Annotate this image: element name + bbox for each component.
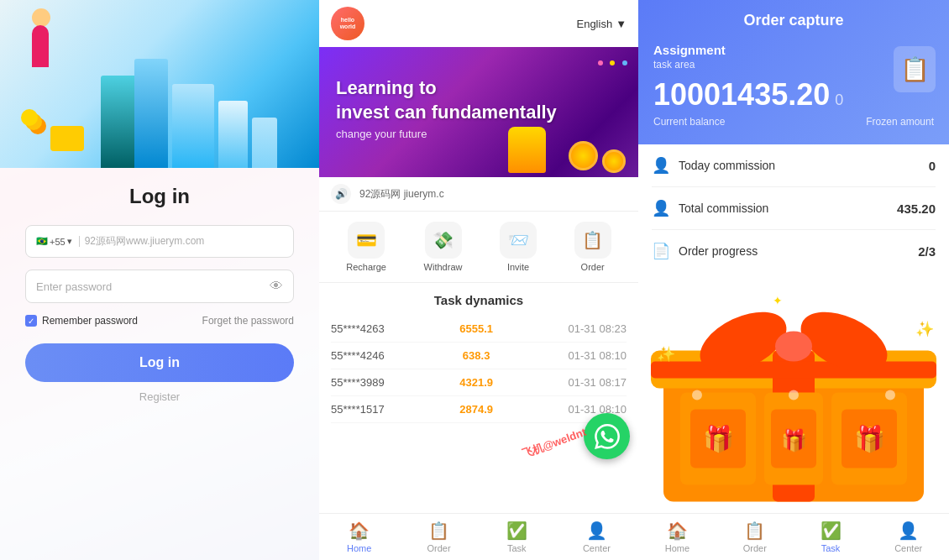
middle-lang-label: English	[576, 18, 612, 30]
order-icon: 📋	[574, 222, 611, 259]
remember-left[interactable]: ✓ Remember password	[25, 315, 138, 327]
right-bottom-center-label: Center	[894, 543, 922, 553]
task-amount-3: 4321.9	[459, 376, 493, 389]
order-progress-label: Order progress	[679, 244, 758, 258]
today-commission-value: 0	[929, 159, 936, 173]
balance-number: 10001435.20	[653, 77, 830, 113]
bottom-nav-task[interactable]: ✅ Task	[506, 521, 527, 553]
right-bottom-task-label: Task	[821, 543, 841, 553]
invite-label: Invite	[507, 262, 529, 272]
withdraw-label: Withdraw	[424, 262, 463, 272]
today-commission-left: 👤 Today commission	[652, 156, 775, 175]
task-amount-4: 2874.9	[459, 403, 493, 416]
confetti	[596, 55, 630, 89]
login-title: Log in	[25, 185, 294, 208]
gift-box-svg: 🎁 🎁 🎁 ✨ ✨ ✦	[638, 272, 949, 513]
right-bottom-nav: 🏠 Home 📋 Order ✅ Task 👤 Center	[638, 513, 949, 560]
invite-nav[interactable]: 📨 Invite	[500, 222, 537, 272]
bottom-nav-home-label: Home	[347, 543, 371, 553]
task-user-2: 55****4246	[331, 349, 385, 362]
eye-icon: 👁	[270, 279, 283, 294]
right-home-icon: 🏠	[667, 521, 688, 541]
whatsapp-button[interactable]	[584, 413, 630, 459]
right-bottom-order[interactable]: 📋 Order	[743, 521, 767, 553]
register-link[interactable]: Register	[25, 390, 294, 403]
building-1	[134, 59, 168, 168]
forget-password-link[interactable]: Forget the password	[202, 315, 294, 327]
recharge-nav[interactable]: 💳 Recharge	[346, 222, 386, 272]
bottom-nav-home[interactable]: 🏠 Home	[347, 521, 371, 553]
task-amount-1: 6555.1	[459, 322, 493, 335]
person-body	[32, 25, 49, 67]
today-commission-label: Today commission	[679, 159, 775, 172]
remember-checkbox[interactable]: ✓	[25, 315, 37, 327]
order-nav[interactable]: 📋 Order	[574, 222, 611, 272]
bottom-nav-center[interactable]: 👤 Center	[583, 521, 611, 553]
password-placeholder: Enter password	[36, 280, 112, 293]
building-3	[218, 101, 248, 168]
person-icon-1: 👤	[652, 156, 670, 175]
remember-row: ✓ Remember password Forget the password	[25, 315, 294, 327]
building-5	[101, 76, 139, 168]
coin-2	[602, 149, 626, 173]
login-section: Log in 🇧🇷 +55 ▾ 92源码网www.jiuerym.com Ent…	[0, 168, 319, 560]
quick-nav: 💳 Recharge 💸 Withdraw 📨 Invite 📋 Order	[319, 212, 638, 283]
trophy-icon	[508, 127, 546, 173]
building-2	[172, 84, 214, 168]
banner-line2: invest can fundamentally	[336, 101, 557, 125]
total-commission-left: 👤 Total commission	[652, 199, 768, 217]
login-button[interactable]: Log in	[25, 343, 294, 382]
balance-amount: 10001435.20 0	[653, 77, 934, 113]
task-user-1: 55****4263	[331, 322, 385, 335]
task-user-3: 55****3989	[331, 376, 385, 389]
middle-language-selector[interactable]: English ▼	[576, 18, 627, 30]
right-order-icon: 📋	[744, 521, 765, 541]
withdraw-nav[interactable]: 💸 Withdraw	[424, 222, 463, 272]
total-commission-value: 435.20	[897, 201, 936, 216]
svg-text:🎁: 🎁	[703, 424, 735, 454]
order-progress-icon: 📄	[652, 242, 670, 260]
middle-bottom-nav: 🏠 Home 📋 Order ✅ Task 👤 Center	[319, 513, 638, 560]
shopping-cart	[50, 126, 84, 151]
svg-text:✦: ✦	[773, 294, 783, 307]
country-flag: 🇧🇷	[36, 236, 48, 247]
task-time-4: 01-31 08:10	[569, 403, 627, 416]
table-row: 55****4263 6555.1 01-31 08:23	[331, 316, 627, 343]
left-panel: English ▼ Log in 🇧🇷 +55 ▾ 92源码网www.jiuer…	[0, 0, 319, 560]
recharge-label: Recharge	[346, 262, 386, 272]
person-head	[32, 8, 50, 27]
coin-1	[569, 141, 598, 170]
right-task-icon: ✅	[821, 521, 842, 541]
banner-decoration	[569, 141, 626, 173]
right-center-icon: 👤	[898, 521, 919, 541]
assignment-label: Assignment	[653, 43, 934, 57]
svg-text:🎁: 🎁	[854, 424, 886, 454]
task-dynamics-title: Task dynamics	[331, 293, 627, 307]
right-bottom-home[interactable]: 🏠 Home	[665, 521, 689, 553]
right-bottom-order-label: Order	[743, 543, 767, 553]
right-bottom-home-label: Home	[665, 543, 689, 553]
audio-text: 92源码网 jiuerym.c	[359, 187, 444, 201]
total-commission-label: Total commission	[679, 201, 768, 215]
audio-bar: 🔊 92源码网 jiuerym.c	[319, 177, 638, 212]
today-commission-row: 👤 Today commission 0	[652, 144, 936, 187]
bottom-nav-order[interactable]: 📋 Order	[427, 521, 451, 553]
right-bottom-center[interactable]: 👤 Center	[894, 521, 922, 553]
banner-line1: Learning to	[336, 76, 557, 101]
assignment-section: Assignment task area	[653, 43, 934, 71]
commission-rows: 👤 Today commission 0 👤 Total commission …	[638, 144, 949, 272]
order-progress-value: 2/3	[918, 244, 936, 259]
hello-world-logo: helloworld	[331, 7, 364, 40]
recharge-icon: 💳	[348, 222, 385, 259]
password-input-row[interactable]: Enter password 👁	[25, 270, 294, 303]
frozen-amount-label: Frozen amount	[866, 116, 934, 128]
task-time-2: 01-31 08:10	[569, 349, 627, 362]
phone-placeholder-text: 92源码网www.jiuerym.com	[85, 234, 205, 249]
table-row: 55****1517 2874.9 01-31 08:10	[331, 396, 627, 423]
home-icon: 🏠	[349, 521, 370, 541]
table-row: 55****4246 638.3 01-31 08:10	[331, 343, 627, 369]
phone-input-row[interactable]: 🇧🇷 +55 ▾ 92源码网www.jiuerym.com	[25, 225, 294, 258]
gold-coins	[21, 109, 38, 126]
svg-rect-3	[651, 362, 936, 379]
right-bottom-task[interactable]: ✅ Task	[821, 521, 842, 553]
